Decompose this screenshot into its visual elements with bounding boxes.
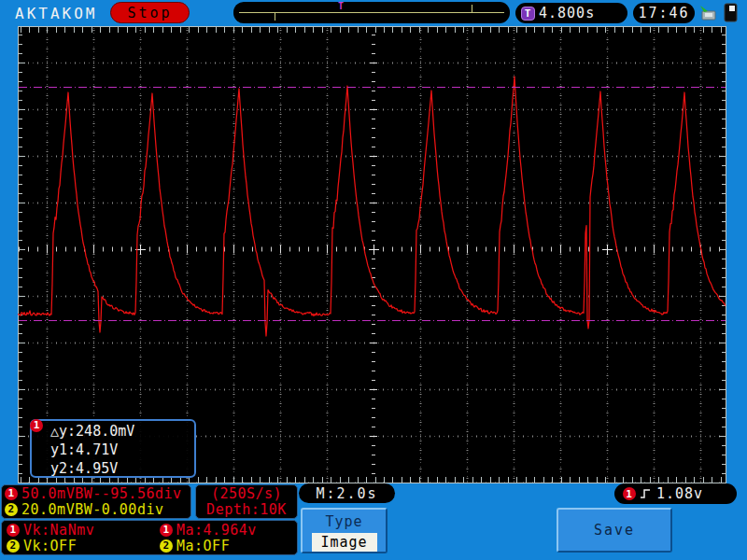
voltage-cursor-lines[interactable] [19, 88, 726, 321]
vk1-badge: 1 [7, 524, 20, 537]
rising-edge-icon [640, 487, 653, 500]
cursor-y1-readout: y1:4.71V [50, 441, 194, 459]
trigger-t-icon: T [521, 7, 535, 21]
cursor-delta-readout: △y:248.0mV [50, 422, 194, 441]
trigger-position-bar: T [233, 2, 510, 23]
acquisition-stop-button[interactable]: Stop [110, 2, 190, 23]
window-right-tick [472, 5, 472, 13]
waveform-display: 1 △y:248.0mV y1:4.71V y2:4.95V [18, 26, 726, 483]
vk1-text: Vk:NaNmv [23, 522, 94, 539]
cursor-measurement-panel: 1 △y:248.0mV y1:4.71V y2:4.95V [30, 419, 196, 478]
ch1-waveform-trace [18, 77, 726, 336]
ma2-badge: 2 [160, 539, 173, 553]
vk2-row: 2 Vk:OFF [4, 538, 94, 553]
save-button[interactable]: Save [557, 508, 672, 553]
memory-depth-readout: Depth:10K [196, 501, 297, 517]
ma2-row: 2 Ma:OFF [157, 538, 257, 553]
vk1-row: 1 Vk:NaNmv [4, 522, 94, 538]
channel-settings-panel: 1 50.0mVBW--95.56div 2 20.0mVBW-0.00div [1, 484, 191, 519]
vk2-text: Vk:OFF [23, 538, 77, 554]
graticule-rulers [18, 26, 726, 483]
acquisition-panel: (250S/s) Depth:10K [195, 484, 298, 519]
trigger-level-readout: 1 1.08v [614, 483, 737, 504]
ch2-badge: 2 [5, 503, 18, 516]
ch2-settings-text: 20.0mVBW-0.00div [21, 501, 164, 518]
type-menu-value[interactable]: Image [312, 533, 377, 552]
trigger-position-marker: T [338, 2, 344, 11]
ch1-settings-text: 50.0mVBW--95.56div [21, 485, 182, 502]
math-meas-column: 1 Ma:4.964v 2 Ma:OFF [157, 522, 257, 553]
ch2-settings-row: 2 20.0mVBW-0.00div [2, 501, 190, 517]
ma1-text: Ma:4.964v [176, 522, 257, 539]
trigger-level-value: 1.08v [656, 485, 703, 502]
save-button-label: Save [594, 522, 635, 539]
measurement-panel: 1 Vk:NaNmv 2 Vk:OFF 1 Ma:4.964v 2 Ma:OFF [1, 520, 298, 555]
ch1-settings-row: 1 50.0mVBW--95.56div [2, 485, 190, 501]
scope-graticule-and-trace [18, 26, 726, 483]
sample-rate-readout: (250S/s) [196, 485, 297, 501]
timebase-readout: M:2.0s [299, 483, 395, 503]
ma2-text: Ma:OFF [176, 538, 230, 554]
type-menu-button[interactable]: Type Image [301, 508, 388, 553]
brand-logo: AKTAKOM [15, 5, 97, 22]
window-left-tick [275, 12, 275, 21]
oscilloscope-screen: AKTAKOM Stop T T 4.800s 17:46 1 △y:248.0… [0, 0, 747, 560]
cursor-channel-badge: 1 [30, 419, 43, 432]
memory-window-line [239, 12, 504, 13]
save-disk-icon [698, 4, 718, 22]
trigger-source-badge: 1 [623, 487, 636, 500]
clock-readout: 17:46 [633, 3, 695, 23]
trigger-delay-value: 4.800s [539, 5, 595, 21]
trigger-delay-readout: T 4.800s [515, 3, 627, 23]
cursor-meas-column: 1 Vk:NaNmv 2 Vk:OFF [4, 522, 94, 553]
vk2-badge: 2 [7, 539, 20, 553]
ma1-badge: 1 [160, 524, 173, 537]
ma1-row: 1 Ma:4.964v [157, 522, 257, 538]
type-menu-label: Type [303, 513, 386, 530]
usb-device-icon [723, 2, 740, 24]
cursor-y2-readout: y2:4.95V [50, 459, 194, 478]
ch1-badge: 1 [5, 487, 18, 500]
